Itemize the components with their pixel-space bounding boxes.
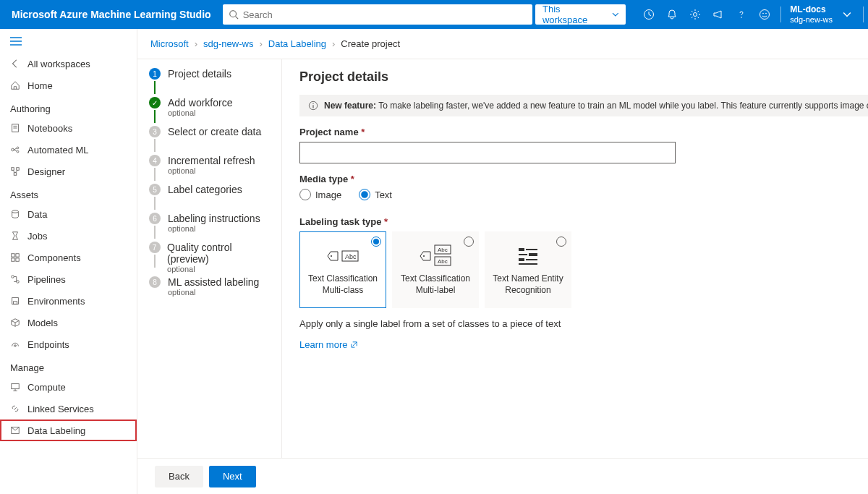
- back-button[interactable]: Back: [155, 466, 203, 487]
- sidebar-automated-ml[interactable]: Automated ML: [0, 139, 137, 161]
- step-number: 5: [149, 184, 161, 195]
- sidebar-item-label: Home: [27, 80, 53, 91]
- hamburger-icon[interactable]: [0, 33, 137, 53]
- workspace-info[interactable]: ML-docs sdg-new-ws: [786, 4, 843, 25]
- step-incremental-refresh[interactable]: 4 Incremental refreshoptional: [148, 155, 271, 181]
- jobs-icon: [10, 231, 20, 241]
- sidebar-compute[interactable]: Compute: [0, 376, 137, 398]
- sidebar-designer[interactable]: Designer: [0, 161, 137, 182]
- sidebar-models[interactable]: Models: [0, 312, 137, 333]
- card-text-classification-multiclass[interactable]: Abc Text ClassificationMulti-class: [299, 231, 386, 308]
- components-icon: [10, 252, 20, 263]
- sidebar-item-label: Data: [27, 209, 47, 220]
- breadcrumb-sep: ›: [259, 38, 262, 49]
- svg-rect-19: [12, 168, 14, 171]
- smiley-icon[interactable]: [753, 0, 776, 29]
- next-button[interactable]: Next: [209, 466, 256, 487]
- svg-point-30: [17, 281, 20, 284]
- breadcrumb-workspace[interactable]: sdg-new-ws: [203, 38, 253, 49]
- workspace-title: ML-docs: [790, 4, 833, 14]
- notebook-icon: [10, 123, 20, 133]
- footer: Back Next Cancel: [137, 458, 868, 494]
- search-box[interactable]: [223, 4, 532, 25]
- sidebar-jobs[interactable]: Jobs: [0, 225, 137, 247]
- workspace-name: sdg-new-ws: [790, 15, 833, 25]
- breadcrumb-data-labeling[interactable]: Data Labeling: [268, 38, 326, 49]
- step-label-categories[interactable]: 5 Label categories: [148, 184, 271, 210]
- project-name-input[interactable]: [299, 142, 676, 163]
- clock-icon[interactable]: [637, 0, 660, 29]
- sidebar-item-label: Endpoints: [27, 339, 69, 350]
- sidebar-item-label: Linked Services: [27, 404, 94, 414]
- step-add-workforce[interactable]: ✓ Add workforceoptional: [148, 97, 271, 123]
- designer-icon: [10, 166, 20, 176]
- card-text-ner[interactable]: Text Named EntityRecognition: [485, 231, 571, 308]
- sidebar-item-label: All workspaces: [27, 59, 90, 69]
- step-number: 3: [149, 126, 161, 137]
- card-title: Text ClassificationMulti-label: [401, 273, 470, 296]
- topbar-divider: [780, 7, 781, 22]
- svg-rect-20: [17, 168, 20, 171]
- project-name-label: Project name *: [299, 127, 868, 137]
- megaphone-icon[interactable]: [707, 0, 730, 29]
- sidebar-data[interactable]: Data: [0, 203, 137, 225]
- media-type-image[interactable]: Image: [299, 189, 341, 200]
- step-labeling-instructions[interactable]: 6 Labeling instructionsoptional: [148, 213, 271, 239]
- search-scope-label: This workspace: [542, 4, 606, 25]
- endpoints-icon: [10, 339, 20, 349]
- step-title: Labeling instructions: [168, 213, 260, 224]
- step-number: 8: [149, 276, 161, 288]
- step-ml-assisted[interactable]: 8 ML assisted labelingoptional: [148, 276, 271, 297]
- svg-rect-52: [529, 253, 537, 256]
- breadcrumb: Microsoft › sdg-new-ws › Data Labeling ›…: [137, 29, 868, 59]
- svg-rect-34: [12, 384, 20, 389]
- sidebar-item-label: Data Labeling: [27, 425, 85, 436]
- sidebar-pipelines[interactable]: Pipelines: [0, 268, 137, 290]
- radio-text[interactable]: [359, 189, 370, 200]
- search-input[interactable]: [243, 9, 527, 20]
- sidebar-section-assets: Assets: [0, 182, 137, 203]
- step-subtitle: optional: [167, 265, 271, 273]
- card-radio-icon: [371, 237, 381, 247]
- card-text-classification-multilabel[interactable]: AbcAbc Text ClassificationMulti-label: [392, 231, 479, 308]
- sidebar-endpoints[interactable]: Endpoints: [0, 333, 137, 355]
- step-select-data[interactable]: 3 Select or create data: [148, 126, 271, 152]
- svg-rect-25: [12, 254, 14, 257]
- tag-text-icon: Abc: [326, 243, 359, 269]
- step-quality-control[interactable]: 7 Quality control (preview)optional: [148, 242, 271, 273]
- sidebar-data-labeling[interactable]: Data Labeling: [0, 420, 137, 441]
- card-radio-icon: [556, 237, 566, 247]
- sidebar-all-workspaces[interactable]: All workspaces: [0, 53, 137, 74]
- svg-rect-53: [519, 258, 524, 261]
- sidebar-environments[interactable]: Environments: [0, 290, 137, 312]
- media-type-text[interactable]: Text: [359, 189, 392, 200]
- step-subtitle: optional: [168, 288, 259, 297]
- radio-image[interactable]: [299, 189, 311, 200]
- wizard-steps: 1 Project details ✓ Add workforceoptiona…: [137, 59, 282, 458]
- data-icon: [10, 209, 20, 219]
- task-type-cards: Abc Text ClassificationMulti-class AbcAb…: [299, 231, 868, 308]
- sidebar-linked-services[interactable]: Linked Services: [0, 398, 137, 420]
- breadcrumb-sep: ›: [195, 38, 197, 49]
- sidebar-item-label: Automated ML: [27, 145, 89, 156]
- svg-rect-27: [12, 258, 14, 261]
- breadcrumb-microsoft[interactable]: Microsoft: [150, 38, 189, 49]
- step-project-details[interactable]: 1 Project details: [148, 68, 271, 94]
- bell-icon[interactable]: [660, 0, 684, 29]
- pipelines-icon: [10, 274, 20, 284]
- sidebar-components[interactable]: Components: [0, 247, 137, 268]
- breadcrumb-current: Create project: [341, 38, 400, 49]
- learn-more-link[interactable]: Learn more: [299, 339, 358, 350]
- media-type-label: Media type *: [299, 174, 868, 184]
- chevron-down-icon[interactable]: [843, 10, 851, 19]
- sidebar-notebooks[interactable]: Notebooks: [0, 117, 137, 139]
- step-subtitle: optional: [168, 166, 255, 175]
- help-icon[interactable]: [730, 0, 753, 29]
- gear-icon[interactable]: [684, 0, 707, 29]
- breadcrumb-sep: ›: [332, 38, 335, 49]
- search-scope-dropdown[interactable]: This workspace: [535, 4, 626, 25]
- brand-title[interactable]: Microsoft Azure Machine Learning Studio: [0, 9, 223, 20]
- svg-point-24: [12, 210, 19, 213]
- link-icon: [10, 404, 20, 414]
- sidebar-home[interactable]: Home: [0, 74, 137, 96]
